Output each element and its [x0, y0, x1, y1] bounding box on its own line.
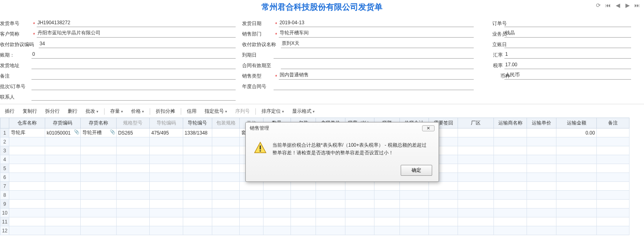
cell[interactable] — [458, 128, 494, 137]
cell[interactable] — [556, 155, 597, 164]
cell[interactable] — [527, 209, 556, 217]
cell[interactable] — [597, 191, 629, 200]
field-value[interactable]: 17.00 — [504, 62, 631, 69]
table-row[interactable]: 10 — [0, 209, 629, 217]
cell[interactable] — [527, 146, 556, 155]
row-number[interactable]: 2 — [0, 137, 9, 146]
cell[interactable] — [374, 182, 399, 191]
cell[interactable] — [212, 226, 239, 235]
column-header[interactable]: 运输单价 — [527, 118, 556, 128]
cell[interactable] — [291, 200, 316, 209]
cell[interactable] — [291, 217, 316, 226]
cell[interactable] — [240, 200, 263, 209]
row-number[interactable]: 9 — [0, 200, 9, 209]
cell[interactable] — [429, 191, 458, 200]
column-header[interactable]: 厂区 — [458, 118, 494, 128]
cell[interactable] — [263, 200, 291, 209]
cell[interactable] — [45, 226, 81, 235]
cell[interactable] — [345, 182, 374, 191]
cell[interactable] — [183, 155, 212, 164]
cell[interactable] — [527, 182, 556, 191]
cell[interactable] — [116, 182, 149, 191]
cell[interactable] — [9, 191, 45, 200]
column-header[interactable]: 仓库名称 — [9, 118, 45, 128]
cell[interactable] — [9, 164, 45, 173]
cell[interactable] — [9, 209, 45, 217]
cell[interactable] — [429, 209, 458, 217]
cell[interactable] — [183, 226, 212, 235]
cell[interactable]: 导轮库 — [9, 128, 45, 137]
cell[interactable] — [556, 146, 597, 155]
row-number[interactable]: 8 — [0, 191, 9, 200]
cell[interactable] — [81, 155, 117, 164]
cell[interactable] — [458, 182, 494, 191]
cell[interactable] — [212, 200, 239, 209]
cell[interactable] — [458, 209, 494, 217]
cell[interactable] — [527, 226, 556, 235]
column-header[interactable]: 备注 — [597, 118, 629, 128]
field-value[interactable]: 国内普通销售 — [279, 72, 474, 80]
cell[interactable] — [597, 217, 629, 226]
column-header[interactable]: 存货编码 — [45, 118, 81, 128]
next-icon[interactable]: ▶ — [624, 2, 631, 9]
field-value[interactable] — [504, 41, 631, 48]
cell[interactable] — [212, 164, 239, 173]
cell[interactable] — [45, 191, 81, 200]
column-header[interactable]: 导轮编号 — [183, 118, 212, 128]
toolbar-批改[interactable]: 批改 — [82, 107, 102, 116]
cell[interactable] — [493, 217, 527, 226]
row-number[interactable]: 6 — [0, 173, 9, 182]
cell[interactable] — [458, 164, 494, 173]
cell[interactable] — [81, 137, 117, 146]
cell[interactable] — [183, 200, 212, 209]
cell[interactable] — [597, 155, 629, 164]
cell[interactable] — [81, 191, 117, 200]
cell[interactable] — [150, 164, 183, 173]
cell[interactable] — [45, 182, 81, 191]
cell[interactable] — [9, 217, 45, 226]
cell[interactable] — [116, 137, 149, 146]
field-value[interactable] — [274, 83, 474, 90]
cell[interactable] — [493, 191, 527, 200]
cell[interactable] — [493, 164, 527, 173]
toolbar-删行[interactable]: 删行 — [65, 107, 81, 116]
cell[interactable] — [263, 226, 291, 235]
cell[interactable] — [345, 200, 374, 209]
cell[interactable]: 1338/1348 — [183, 128, 212, 137]
cell[interactable] — [150, 209, 183, 217]
cell[interactable] — [150, 217, 183, 226]
cell[interactable] — [399, 182, 429, 191]
cell[interactable] — [597, 209, 629, 217]
field-value[interactable]: JH1904138272 — [37, 20, 236, 27]
field-value[interactable]: 丹阳市蓝珀光学晶片有限公司 — [37, 29, 236, 38]
row-number[interactable]: 1 — [0, 128, 9, 137]
cell[interactable] — [212, 209, 239, 217]
cell[interactable] — [291, 182, 316, 191]
cell[interactable] — [458, 200, 494, 209]
cell[interactable]: 475/495 — [150, 128, 183, 137]
prev-icon[interactable]: ◀ — [614, 2, 621, 9]
column-header[interactable]: 规格型号 — [116, 118, 149, 128]
toolbar-信用[interactable]: 信用 — [184, 107, 200, 116]
cell[interactable] — [116, 226, 149, 235]
cell[interactable] — [527, 128, 556, 137]
cell[interactable] — [429, 182, 458, 191]
cell[interactable] — [150, 137, 183, 146]
cell[interactable] — [291, 226, 316, 235]
refresh-icon[interactable]: ⟳ — [595, 2, 602, 9]
field-value[interactable] — [504, 20, 631, 27]
toolbar-价格[interactable]: 价格 — [128, 107, 147, 116]
cell[interactable] — [240, 217, 263, 226]
cell[interactable] — [493, 146, 527, 155]
cell[interactable] — [45, 209, 81, 217]
toolbar-指定批号[interactable]: 指定批号 — [201, 107, 230, 116]
cell[interactable] — [9, 155, 45, 164]
toolbar-存量[interactable]: 存量 — [107, 107, 126, 116]
cell[interactable] — [212, 128, 239, 137]
field-value[interactable] — [31, 93, 236, 101]
cell[interactable] — [399, 217, 429, 226]
cell[interactable] — [116, 164, 149, 173]
row-number[interactable]: 3 — [0, 146, 9, 155]
cell[interactable] — [212, 146, 239, 155]
column-header[interactable]: 导轮编码 — [150, 118, 183, 128]
